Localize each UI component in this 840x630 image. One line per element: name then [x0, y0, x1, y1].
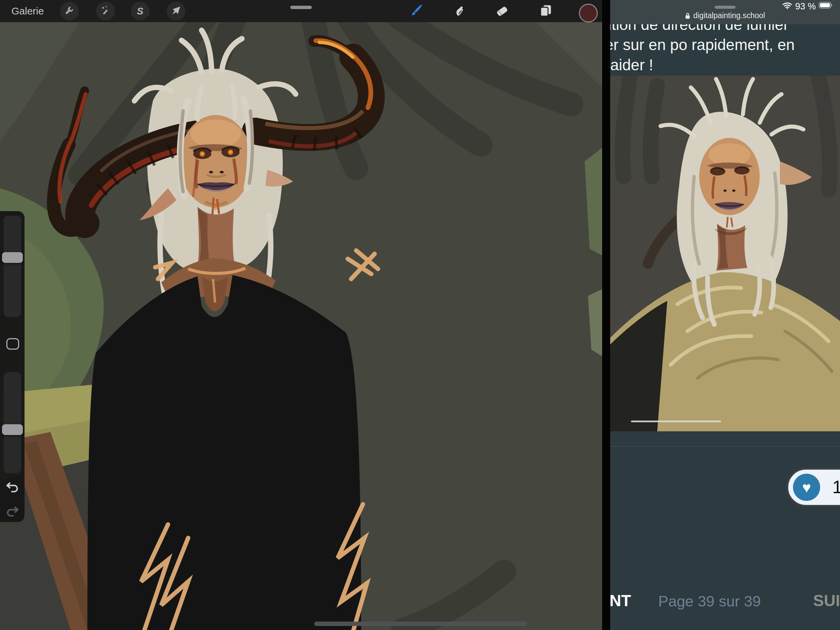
left-window-handle[interactable]	[290, 6, 312, 9]
magic-wand-icon	[100, 5, 111, 17]
lesson-image-artwork	[610, 76, 840, 431]
safari-pane: ition de direction de lumièr er sur en p…	[610, 0, 840, 630]
procreate-toolbar: Galerie S	[0, 0, 602, 22]
undo-icon	[5, 479, 21, 495]
home-indicator[interactable]	[314, 622, 527, 626]
next-page-button[interactable]: SUI	[813, 591, 840, 610]
selection-icon: S	[137, 6, 143, 17]
smudge-tool-button[interactable]	[452, 3, 468, 19]
redo-button[interactable]	[5, 503, 21, 519]
brush-size-handle[interactable]	[2, 252, 23, 263]
transform-arrow-icon	[171, 5, 182, 17]
adjustments-button[interactable]	[96, 2, 115, 21]
right-window-handle[interactable]	[715, 6, 736, 9]
image-progress-line	[631, 421, 721, 422]
heart-icon: ♥	[793, 474, 820, 501]
article-text-line2: er sur en po rapidement, en	[610, 36, 795, 54]
brush-size-slider[interactable]	[3, 215, 22, 318]
lesson-image	[610, 76, 840, 431]
battery-percent: 93 %	[795, 2, 816, 12]
ipad-splitview-screen: Galerie S	[0, 0, 840, 630]
selection-button[interactable]: S	[131, 2, 150, 21]
procreate-sidebar	[0, 211, 25, 522]
smudge-icon	[452, 3, 467, 19]
previous-page-button[interactable]: NT	[610, 591, 631, 610]
safari-toolbar: 93 % digitalpainting.school	[610, 0, 840, 24]
color-swatch[interactable]	[579, 4, 598, 22]
content-divider-line	[610, 446, 840, 447]
procreate-canvas-artwork[interactable]	[0, 0, 602, 630]
battery-icon	[818, 1, 833, 12]
wifi-icon	[782, 2, 792, 12]
procreate-pane: Galerie S	[0, 0, 602, 630]
address-bar[interactable]: digitalpainting.school	[610, 11, 840, 20]
wrench-icon	[64, 5, 75, 17]
brush-icon	[409, 3, 423, 19]
redo-icon	[5, 503, 21, 519]
layers-button[interactable]	[538, 3, 554, 19]
layers-icon	[538, 3, 553, 19]
eraser-tool-button[interactable]	[494, 3, 510, 19]
like-count: 1	[832, 476, 840, 497]
lock-icon	[685, 13, 690, 19]
article-text-line3: ’aider !	[610, 57, 653, 74]
status-bar: 93 %	[782, 1, 833, 12]
brush-opacity-slider[interactable]	[3, 372, 22, 474]
url-text: digitalpainting.school	[693, 11, 765, 20]
actions-button[interactable]	[60, 2, 79, 21]
page-indicator: Page 39 sur 39	[658, 593, 761, 610]
splitview-divider[interactable]	[602, 0, 610, 630]
gallery-button[interactable]: Galerie	[11, 0, 44, 22]
modify-button[interactable]	[6, 338, 19, 350]
undo-button[interactable]	[5, 479, 21, 495]
like-button[interactable]: ♥ 1	[786, 468, 840, 507]
brush-tool-button[interactable]	[408, 3, 424, 19]
transform-button[interactable]	[167, 2, 185, 21]
eraser-icon	[494, 3, 509, 19]
brush-opacity-handle[interactable]	[2, 424, 23, 435]
